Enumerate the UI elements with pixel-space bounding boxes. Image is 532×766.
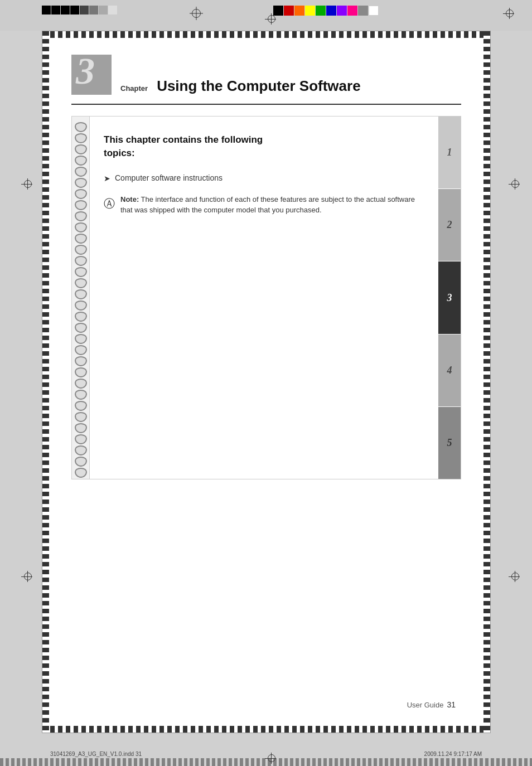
notebook-content: This chapter contains the following topi…: [90, 117, 438, 479]
chapter-tab-2[interactable]: 2: [438, 189, 461, 261]
chapter-number: 3: [76, 52, 95, 90]
spiral-ring: [75, 267, 87, 277]
tab-number-2: 2: [447, 219, 452, 231]
spiral-ring: [75, 178, 87, 188]
exclamation-circle-icon: Ⓐ: [104, 195, 115, 212]
spiral-binding: [72, 117, 90, 479]
chapter-label-title: Chapter Using the Computer Software: [120, 77, 361, 95]
spiral-ring: [75, 445, 87, 455]
chapter-tab-3[interactable]: 3: [438, 261, 461, 334]
arrow-icon: ➤: [104, 174, 110, 183]
note-content: Note: The interface and function of each…: [120, 194, 424, 216]
spiral-ring: [75, 289, 87, 299]
dashed-top-border: [42, 31, 490, 38]
dashed-bottom-border: [42, 726, 490, 733]
heading-line2: topics:: [104, 148, 135, 158]
spiral-ring: [75, 156, 87, 166]
spiral-ring: [75, 367, 87, 377]
chapter-header: 3 Chapter Using the Computer Software: [71, 55, 461, 98]
spiral-ring: [75, 144, 87, 154]
chapter-title: Using the Computer Software: [157, 77, 360, 95]
chapter-tab-5[interactable]: 5: [438, 407, 461, 479]
spiral-ring: [75, 379, 87, 389]
footer-label: User Guide: [407, 701, 444, 709]
spiral-ring: [75, 345, 87, 355]
page-inner: 3 Chapter Using the Computer Software: [49, 38, 483, 726]
spiral-ring: [75, 423, 87, 433]
note-body-text: The interface and function of each of th…: [120, 195, 415, 215]
spiral-ring: [75, 234, 87, 244]
spiral-ring: [75, 256, 87, 266]
heading-line1: This chapter contains the following: [104, 134, 263, 145]
spiral-ring: [75, 300, 87, 311]
spiral-ring: [75, 457, 87, 467]
doc-info-right: 2009.11.24 9:17:17 AM: [424, 751, 482, 757]
spiral-ring: [75, 356, 87, 366]
footer-page-number: 31: [447, 700, 456, 709]
spiral-ring: [75, 468, 87, 478]
spiral-ring: [75, 133, 87, 143]
spiral-ring: [75, 278, 87, 288]
spiral-ring: [75, 245, 87, 255]
chapter-tab-4[interactable]: 4: [438, 334, 461, 407]
spiral-ring: [75, 122, 87, 132]
page-footer: User Guide 31: [407, 700, 456, 709]
dashed-right-border: [483, 31, 490, 733]
tab-number-1: 1: [447, 147, 452, 158]
spiral-ring: [75, 412, 87, 422]
spiral-ring: [75, 200, 87, 210]
spiral-ring: [75, 312, 87, 322]
top-print-area: [0, 0, 532, 31]
chapter-tab-1[interactable]: 1: [438, 117, 461, 189]
spiral-ring: [75, 323, 87, 333]
note-label: Note:: [120, 195, 139, 203]
notebook-heading: This chapter contains the following topi…: [104, 133, 424, 160]
spiral-ring: [75, 390, 87, 400]
spiral-ring: [75, 222, 87, 232]
tab-number-4: 4: [447, 365, 452, 376]
spiral-ring: [75, 334, 87, 344]
left-black-squares: [42, 6, 117, 14]
chapter-label: Chapter: [120, 84, 148, 93]
doc-info-left: 31041269_A3_UG_EN_V1.0.indd 31: [50, 751, 142, 757]
spiral-ring: [75, 211, 87, 221]
spiral-ring: [75, 167, 87, 177]
bottom-doc-info: 31041269_A3_UG_EN_V1.0.indd 31 2009.11.2…: [0, 751, 532, 757]
spiral-ring: [75, 401, 87, 411]
color-bars-top-right: [273, 6, 379, 16]
note-box: Ⓐ Note: The interface and function of ea…: [104, 194, 424, 216]
spiral-ring: [75, 189, 87, 199]
topic-text: Computer software instructions: [115, 173, 223, 182]
page-container: 3 Chapter Using the Computer Software: [42, 31, 491, 733]
dashed-left-border: [42, 31, 49, 733]
chapter-number-box: 3: [71, 55, 112, 95]
bottom-strip-marks: [0, 758, 532, 766]
tab-number-3: 3: [447, 292, 452, 304]
chapter-tabs: 1 2 3 4 5: [438, 117, 461, 479]
spiral-ring: [75, 434, 87, 444]
tab-number-5: 5: [447, 437, 452, 449]
notebook-section: This chapter contains the following topi…: [71, 116, 461, 479]
chapter-divider: [71, 104, 461, 105]
reg-cross-left: [190, 7, 203, 20]
topic-item: ➤ Computer software instructions: [104, 173, 424, 183]
